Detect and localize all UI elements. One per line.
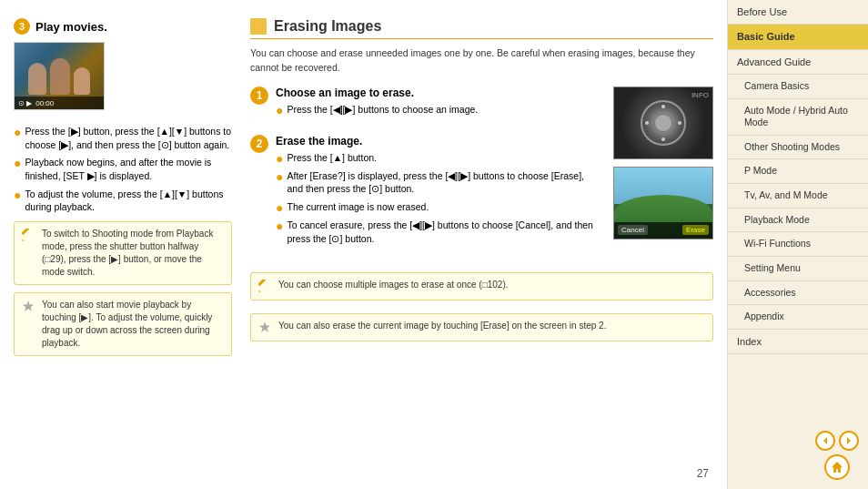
step-1-content: Choose an image to erase. ● Press the [◀… [276,87,600,124]
bullet-item: ● Press the [◀][▶] buttons to choose an … [276,103,600,117]
page-footer: 27 [697,467,709,480]
bottom-note-2: You can also erase the current image by … [250,313,713,341]
pencil-icon-2 [258,280,273,294]
erasing-images-heading: Erasing Images [250,18,713,39]
sidebar-item-before-use[interactable]: Before Use [728,0,868,25]
right-column: Erasing Images You can choose and erase … [250,18,713,480]
step-1-bullets: ● Press the [◀][▶] buttons to choose an … [276,103,600,117]
erasing-title-text: Erasing Images [274,18,381,35]
home-button[interactable] [824,454,850,480]
bullet-item: ● Playback now begins, and after the mov… [14,156,232,182]
bullet-item: ● Press the [▶] button, press the [▲][▼]… [14,125,232,151]
next-arrow-button[interactable] [839,431,859,451]
step-2-content: Erase the image. ● Press the [▲] button.… [276,135,600,253]
main-content: 3 Play movies. ⊙ ▶ 00:00 [0,0,727,489]
step-1-number: 1 [250,87,268,105]
bullet-item: ● To adjust the volume, press the [▲][▼]… [14,188,232,214]
camera-screens: INFO Cancel Erase [613,87,713,264]
camera-preview-image: ⊙ ▶ 00:00 [14,42,105,110]
svg-marker-4 [258,290,261,292]
erase-button-screen: Erase [682,225,709,235]
screen-bottom-bar: Cancel Erase [614,222,712,239]
page-number: 27 [697,467,709,480]
svg-marker-7 [847,437,851,444]
camera-dial [641,100,686,146]
step-2: 2 Erase the image. ● Press the [▲] butto… [250,135,600,253]
step-2-number: 2 [250,135,268,153]
steps-list: 1 Choose an image to erase. ● Press the … [250,87,600,264]
nav-arrows [815,431,859,480]
step-2-title: Erase the image. [276,135,600,148]
bottom-note-1-text: You can choose multiple images to erase … [278,279,509,291]
bullet-item: ● The current image is now erased. [276,200,600,214]
play-movies-bullets: ● Press the [▶] button, press the [▲][▼]… [14,125,232,214]
svg-rect-3 [258,280,267,286]
sidebar-item-auto-mode[interactable]: Auto Mode / Hybrid Auto Mode [728,99,868,136]
play-movies-heading: 3 Play movies. [14,18,232,35]
sidebar-item-p-mode[interactable]: P Mode [728,159,868,184]
note-box-1: To switch to Shooting mode from Playback… [14,221,232,285]
note-1-text: To switch to Shooting mode from Playback… [42,228,224,279]
svg-rect-0 [22,229,30,235]
bullet-item: ● To cancel erasure, press the [◀][▶] bu… [276,219,600,245]
sidebar-item-basic-guide[interactable]: Basic Guide [728,25,868,49]
sidebar-item-camera-basics[interactable]: Camera Basics [728,75,868,99]
sidebar-item-advanced-guide[interactable]: Advanced Guide [728,50,868,75]
cancel-button-screen: Cancel [618,225,648,235]
sidebar-item-setting-menu[interactable]: Setting Menu [728,257,868,281]
step-2-bullets: ● Press the [▲] button. ● After [Erase?]… [276,151,600,246]
svg-marker-5 [259,321,270,332]
left-column: 3 Play movies. ⊙ ▶ 00:00 [14,18,232,480]
erasing-intro-text: You can choose and erase unneeded images… [250,46,713,76]
bullet-item: ● Press the [▲] button. [276,151,600,165]
preview-time: 00:00 [35,99,54,107]
bullet-item: ● After [Erase?] is displayed, press the… [276,169,600,196]
step-number-3: 3 [14,18,30,35]
prev-arrow-button[interactable] [815,431,835,451]
svg-marker-6 [823,437,827,444]
camera-screen-2: Cancel Erase [613,167,713,239]
pencil-icon [22,229,36,243]
yellow-square-icon [250,18,267,35]
sidebar-item-accessories[interactable]: Accessories [728,281,868,306]
sidebar-item-appendix[interactable]: Appendix [728,305,868,330]
step-1-title: Choose an image to erase. [276,87,600,99]
bottom-note-2-text: You can also erase the current image by … [278,320,606,332]
sidebar-item-playback[interactable]: Playback Mode [728,209,868,233]
svg-marker-2 [23,301,34,311]
sidebar-item-index[interactable]: Index [728,330,868,354]
star-icon-2 [258,321,273,335]
dial-center [654,114,672,132]
sidebar: Before Use Basic Guide Advanced Guide Ca… [727,0,868,489]
sidebar-item-other-shooting[interactable]: Other Shooting Modes [728,136,868,160]
step-1: 1 Choose an image to erase. ● Press the … [250,87,600,124]
note-2-text: You can also start movie playback by tou… [42,299,224,350]
bottom-note-1: You can choose multiple images to erase … [250,272,713,301]
svg-marker-1 [22,239,25,241]
bottom-notes: You can choose multiple images to erase … [250,272,713,349]
note-box-2: You can also start movie playback by tou… [14,292,232,356]
star-icon [22,300,36,314]
play-movies-title: Play movies. [35,20,107,34]
sidebar-item-wifi[interactable]: Wi-Fi Functions [728,232,868,257]
camera-screen-1: INFO [613,87,713,159]
sidebar-item-tv-av-m[interactable]: Tv, Av, and M Mode [728,184,868,209]
